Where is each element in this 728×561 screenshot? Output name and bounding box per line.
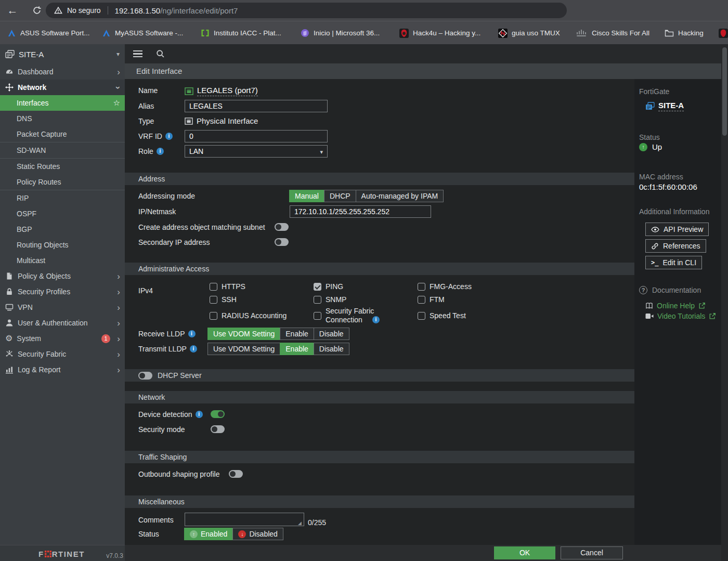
- sidebar-item-dns[interactable]: DNS: [0, 111, 125, 126]
- status-label: Status: [138, 530, 159, 538]
- additional-info-label: Additional Information: [639, 207, 709, 216]
- sidebar-item-interfaces[interactable]: Interfaces ☆: [0, 95, 125, 111]
- policy-objects-icon: [5, 272, 14, 280]
- sidebar-item-user-authentication[interactable]: User & Authentication ›: [0, 315, 125, 331]
- vdom-selector[interactable]: SITE-A ▾: [0, 44, 125, 64]
- checkbox-security-fabric-connection[interactable]: Security Fabric Connectioni: [314, 307, 397, 324]
- references-button[interactable]: References: [645, 239, 706, 253]
- security-label[interactable]: No seguro: [67, 6, 101, 15]
- create-address-object-toggle[interactable]: [275, 223, 289, 231]
- interface-name-value[interactable]: LEGALES (port7): [197, 86, 258, 96]
- checkbox-speed-test[interactable]: Speed Test: [418, 311, 466, 320]
- sidebar-item-system[interactable]: ⚙ System 1 ›: [0, 331, 125, 346]
- chevron-down-icon: ›: [114, 86, 123, 89]
- transmit-lldp-enable-button[interactable]: Enable: [280, 343, 314, 355]
- alias-input[interactable]: [185, 100, 328, 112]
- security-mode-toggle[interactable]: [211, 425, 225, 433]
- checkbox-ping[interactable]: PING: [314, 282, 343, 291]
- search-icon[interactable]: [156, 49, 165, 58]
- sidebar-item-static-routes[interactable]: Static Routes: [0, 159, 125, 174]
- caret-down-icon: ▾: [320, 146, 323, 158]
- vrf-label: VRF IDi: [138, 132, 173, 140]
- checkbox-https[interactable]: HTTPS: [210, 282, 245, 291]
- edit-in-cli-button[interactable]: >_ Edit in CLI: [645, 256, 702, 269]
- transmit-lldp-vdom-button[interactable]: Use VDOM Setting: [207, 343, 280, 355]
- sidebar-item-log-report[interactable]: Log & Report ›: [0, 362, 125, 377]
- bookmark-folder-hacking[interactable]: Hacking: [665, 21, 704, 45]
- bookmark-hack4u[interactable]: Hack4u – Hacking y...: [399, 21, 480, 45]
- eye-icon: [651, 226, 659, 233]
- info-icon: i: [196, 411, 203, 418]
- bookmark-favicon-cut[interactable]: [719, 21, 728, 45]
- bookmark-asus[interactable]: ASUS Software Port...: [7, 21, 90, 45]
- addressing-dhcp-button[interactable]: DHCP: [324, 190, 356, 202]
- sidebar-item-policy-objects[interactable]: Policy & Objects ›: [0, 268, 125, 284]
- star-icon[interactable]: ☆: [113, 98, 120, 108]
- sidebar-item-rip[interactable]: RIP: [0, 190, 125, 206]
- bookmark-iacc[interactable]: Instituto IACC - Plat...: [201, 21, 281, 45]
- sidebar-item-sd-wan[interactable]: SD-WAN: [0, 142, 125, 158]
- sidebar-item-packet-capture[interactable]: Packet Capture: [0, 126, 125, 142]
- checkbox-ftm[interactable]: FTM: [418, 295, 445, 304]
- bookmark-microsoft[interactable]: Inicio | Microsoft 36...: [301, 21, 380, 45]
- sidebar-item-policy-routes[interactable]: Policy Routes: [0, 174, 125, 190]
- sidebar-item-ospf[interactable]: OSPF: [0, 206, 125, 221]
- api-preview-button[interactable]: API Preview: [645, 223, 709, 236]
- receive-lldp-enable-button[interactable]: Enable: [280, 328, 314, 340]
- refresh-icon[interactable]: [32, 3, 47, 18]
- status-disabled-button[interactable]: ↓ Disabled: [232, 528, 283, 540]
- info-icon: i: [372, 316, 380, 323]
- back-icon[interactable]: ←: [5, 3, 20, 18]
- sidebar-item-vpn[interactable]: VPN ›: [0, 299, 125, 315]
- address-bar[interactable]: No seguro 192.168.1.50/ng/interface/edit…: [46, 3, 567, 18]
- resize-handle-icon[interactable]: ◢: [298, 520, 302, 526]
- cancel-button[interactable]: Cancel: [561, 546, 623, 559]
- fortigate-name[interactable]: SITE-A: [645, 101, 684, 111]
- url-text[interactable]: 192.168.1.50/ng/interface/edit/port7: [115, 6, 238, 15]
- checkbox-snmp[interactable]: SNMP: [314, 295, 346, 304]
- scrollbar-thumb[interactable]: [722, 47, 727, 136]
- bookmark-cisco[interactable]: Cisco Skills For All: [576, 21, 649, 45]
- checkbox-radius-accounting[interactable]: RADIUS Accounting: [210, 311, 287, 320]
- scrollbar[interactable]: [721, 44, 728, 561]
- outbound-shaping-toggle[interactable]: [229, 470, 243, 478]
- transmit-lldp-disable-button[interactable]: Disable: [314, 343, 349, 355]
- sidebar-item-network[interactable]: Network ›: [0, 80, 125, 95]
- receive-lldp-disable-button[interactable]: Disable: [314, 328, 349, 340]
- device-detection-toggle[interactable]: [211, 410, 225, 418]
- dhcp-server-toggle[interactable]: [138, 372, 152, 380]
- hamburger-icon[interactable]: [133, 50, 142, 57]
- fortinet-grid-icon: [45, 551, 51, 557]
- video-camera-icon: [645, 313, 654, 319]
- sidebar-item-dashboard[interactable]: Dashboard ›: [0, 64, 125, 80]
- gear-icon: ⚙: [5, 334, 12, 343]
- version-label: v7.0.3: [106, 552, 123, 559]
- user-icon: [5, 319, 14, 327]
- receive-lldp-vdom-button[interactable]: Use VDOM Setting: [207, 328, 280, 340]
- type-label: Type: [138, 117, 154, 125]
- checkbox-fmg-access[interactable]: FMG-Access: [418, 282, 472, 291]
- online-help-link[interactable]: Online Help: [645, 302, 706, 310]
- comments-textarea[interactable]: [185, 513, 304, 526]
- folder-icon: [665, 29, 674, 37]
- secondary-ip-toggle[interactable]: [275, 238, 289, 246]
- ok-button[interactable]: OK: [494, 546, 555, 559]
- fortinet-logo: FRTINET: [38, 550, 85, 558]
- ip-netmask-input[interactable]: [290, 205, 431, 218]
- addressing-ipam-button[interactable]: Auto-managed by IPAM: [356, 190, 444, 202]
- status-enabled-button[interactable]: ↑ Enabled: [184, 528, 233, 540]
- role-select[interactable]: LAN ▾: [185, 145, 328, 158]
- video-tutorials-link[interactable]: Video Tutorials: [645, 312, 716, 320]
- checkbox-ssh[interactable]: SSH: [210, 295, 237, 304]
- bookmark-myasus[interactable]: MyASUS Software -...: [102, 21, 183, 45]
- sidebar-item-bgp[interactable]: BGP: [0, 221, 125, 237]
- sidebar-item-routing-objects[interactable]: Routing Objects: [0, 237, 125, 253]
- sidebar-item-security-fabric[interactable]: Security Fabric ›: [0, 346, 125, 362]
- bookmark-tmux[interactable]: guia uso TMUX: [498, 21, 560, 45]
- create-address-object-label: Create address object matching subnet: [138, 223, 265, 231]
- addressing-manual-button[interactable]: Manual: [289, 190, 324, 202]
- vrf-input[interactable]: [185, 130, 328, 142]
- sidebar-item-multicast[interactable]: Multicast: [0, 253, 125, 268]
- iacc-icon: [201, 29, 210, 37]
- sidebar-item-security-profiles[interactable]: Security Profiles ›: [0, 284, 125, 299]
